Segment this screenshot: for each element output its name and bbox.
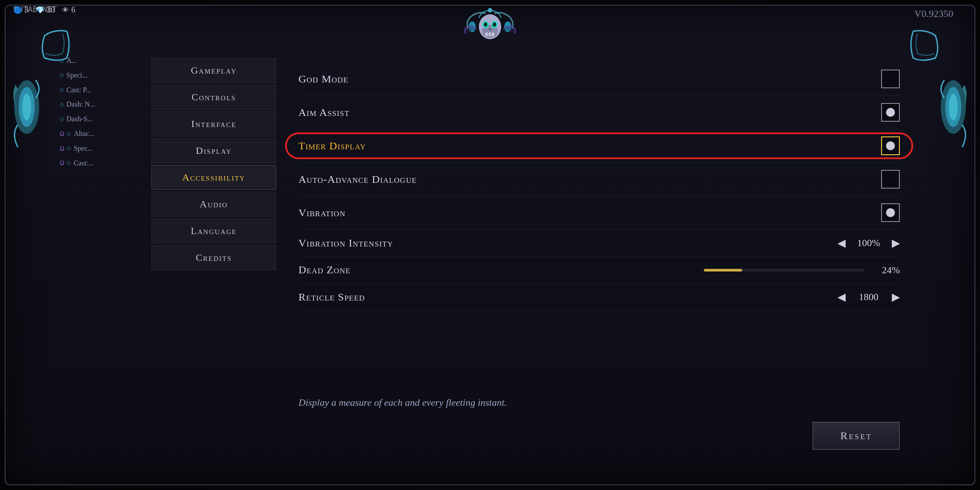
- vibration-checkbox[interactable]: [881, 203, 900, 222]
- left-item-text-6: Altac...: [74, 128, 94, 140]
- reset-button[interactable]: Reset: [813, 422, 900, 450]
- dead-zone-slider-fill: [704, 269, 742, 272]
- diamond-icon-6: ◇: [67, 129, 71, 139]
- left-panel-item-1: ◇ A...: [58, 54, 151, 68]
- diamond-icon-5: ◇: [60, 115, 64, 124]
- svg-point-6: [484, 22, 487, 27]
- left-decoration: [9, 71, 45, 161]
- left-panel-item-2: ◇ Speci...: [58, 68, 151, 83]
- stat-value-1: 3: [24, 5, 29, 15]
- version-label: V0.92350: [915, 8, 953, 20]
- left-item-text-7: Spec...: [74, 142, 93, 155]
- omega-icon-2: Ω: [60, 143, 64, 154]
- setting-row-vibration-intensity: Vibration Intensity ◀ 100% ▶: [298, 230, 900, 257]
- setting-row-aim-assist: Aim Assist: [298, 96, 900, 129]
- settings-list: God Mode Aim Assist Timer Display Auto-A…: [298, 62, 900, 379]
- setting-label-vibration-intensity: Vibration Intensity: [298, 237, 393, 249]
- nav-item-credits[interactable]: Credits: [151, 245, 276, 270]
- svg-rect-9: [489, 33, 491, 36]
- stat-item-3: 👁 6: [62, 5, 75, 15]
- setting-label-dead-zone: Dead Zone: [298, 264, 351, 276]
- timer-display-highlight-circle: [285, 132, 913, 159]
- reticle-speed-arrow-right[interactable]: ▶: [892, 291, 900, 303]
- reticle-speed-value: 1800: [851, 291, 886, 303]
- diamond-icon-4: ◇: [60, 100, 64, 110]
- setting-label-auto-advance: Auto-Advance Dialogue: [298, 173, 417, 185]
- dead-zone-value: 24%: [873, 264, 900, 276]
- stat-icon-1: 🔵: [13, 6, 22, 14]
- setting-row-auto-advance: Auto-Advance Dialogue: [298, 163, 900, 196]
- left-panel-item-6: Ω ◇ Altac...: [58, 127, 151, 141]
- setting-label-reticle-speed: Reticle Speed: [298, 291, 365, 303]
- diamond-icon-2: ◇: [60, 70, 64, 80]
- nav-item-controls[interactable]: Controls: [151, 85, 276, 110]
- timer-display-checkbox[interactable]: [881, 136, 900, 155]
- diamond-icon-3: ◇: [60, 85, 64, 95]
- setting-row-god-mode: God Mode: [298, 62, 900, 96]
- corner-deco-tl: [36, 27, 71, 62]
- nav-item-gameplay[interactable]: Gameplay: [151, 58, 276, 83]
- corner-deco-tr: [909, 27, 944, 62]
- stat-icon-3: 👁: [62, 6, 69, 14]
- stat-icon-2: 💎: [36, 6, 45, 14]
- top-decoration: [423, 4, 557, 54]
- diamond-icon-8: ◇: [67, 158, 71, 168]
- stat-value-2: 30: [47, 5, 55, 15]
- svg-point-17: [949, 94, 958, 120]
- nav-item-display[interactable]: Display: [151, 138, 276, 163]
- setting-label-god-mode: God Mode: [298, 73, 348, 85]
- right-decoration: [935, 71, 971, 161]
- nav-item-accessibility[interactable]: Accessibility: [151, 165, 276, 190]
- settings-panel: God Mode Aim Assist Timer Display Auto-A…: [276, 49, 922, 468]
- reset-area: Reset: [298, 417, 900, 454]
- stats-bar: 🔵 3 💎 30 👁 6: [13, 5, 75, 15]
- vibration-intensity-value: 100%: [851, 237, 886, 249]
- vibration-intensity-arrow-right[interactable]: ▶: [892, 237, 900, 249]
- left-panel-item-8: Ω ◇ Cast:...: [58, 156, 151, 171]
- left-item-text-2: Speci...: [66, 69, 88, 82]
- setting-row-vibration: Vibration: [298, 196, 900, 230]
- stat-value-3: 6: [71, 5, 75, 15]
- stat-item-1: 🔵 3: [13, 5, 29, 15]
- nav-item-audio[interactable]: Audio: [151, 192, 276, 217]
- omega-icon-3: Ω: [60, 157, 64, 169]
- left-item-text-3: Cast: P...: [66, 84, 91, 97]
- diamond-icon-7: ◇: [67, 144, 71, 153]
- setting-row-dead-zone: Dead Zone 24%: [298, 257, 900, 284]
- svg-rect-8: [486, 33, 488, 36]
- vibration-intensity-control: ◀ 100% ▶: [837, 237, 900, 249]
- left-item-text-5: Dash-S...: [66, 113, 93, 126]
- left-panel-item-7: Ω ◇ Spec...: [58, 141, 151, 156]
- auto-advance-checkbox[interactable]: [881, 170, 900, 189]
- setting-row-reticle-speed: Reticle Speed ◀ 1800 ▶: [298, 284, 900, 311]
- svg-point-7: [493, 22, 496, 27]
- setting-description: Display a measure of each and every flee…: [298, 379, 900, 417]
- left-item-text-8: Cast:...: [74, 157, 94, 170]
- omega-icon-1: Ω: [60, 128, 64, 140]
- left-panel-item-4: ◇ Dash: N...: [58, 97, 151, 112]
- nav-menu: Gameplay Controls Interface Display Acce…: [151, 49, 276, 468]
- god-mode-checkbox[interactable]: [881, 70, 900, 88]
- reticle-speed-arrow-left[interactable]: ◀: [837, 291, 845, 303]
- aim-assist-checkbox[interactable]: [881, 103, 900, 122]
- main-content: ◇ A... ◇ Speci... ◇ Cast: P... ◇ Dash: N…: [58, 49, 922, 468]
- setting-row-timer-display: Timer Display: [298, 129, 900, 163]
- setting-label-aim-assist: Aim Assist: [298, 107, 350, 119]
- dead-zone-slider-track[interactable]: [704, 269, 864, 272]
- left-item-text-4: Dash: N...: [66, 98, 95, 111]
- left-panel: ◇ A... ◇ Speci... ◇ Cast: P... ◇ Dash: N…: [58, 49, 151, 468]
- left-panel-item-5: ◇ Dash-S...: [58, 112, 151, 127]
- setting-label-vibration: Vibration: [298, 207, 346, 219]
- vibration-intensity-arrow-left[interactable]: ◀: [837, 237, 845, 249]
- svg-rect-10: [492, 33, 494, 36]
- reticle-speed-control: ◀ 1800 ▶: [837, 291, 900, 303]
- skull-emblem: [463, 7, 517, 51]
- svg-point-11: [488, 8, 492, 12]
- svg-point-14: [22, 94, 31, 120]
- stat-item-2: 💎 30: [36, 5, 55, 15]
- nav-item-interface[interactable]: Interface: [151, 111, 276, 136]
- left-panel-item-3: ◇ Cast: P...: [58, 83, 151, 98]
- dead-zone-control: 24%: [704, 264, 900, 276]
- setting-label-timer-display: Timer Display: [298, 140, 366, 152]
- nav-item-language[interactable]: Language: [151, 218, 276, 243]
